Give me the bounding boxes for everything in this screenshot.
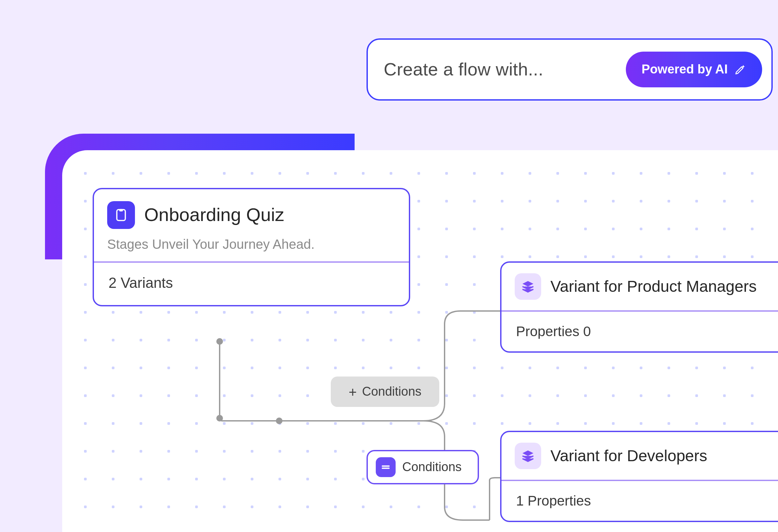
- flow-root-card[interactable]: Onboarding Quiz Stages Unveil Your Journ…: [93, 188, 410, 306]
- variant-title: Variant for Product Managers: [550, 277, 757, 296]
- svg-rect-5: [382, 465, 390, 467]
- plus-icon: +: [348, 385, 357, 399]
- conditions-icon: [376, 457, 396, 477]
- variant-card-product-managers[interactable]: Variant for Product Managers Properties …: [500, 261, 778, 353]
- layers-icon: [515, 443, 541, 469]
- flow-subtitle: Stages Unveil Your Journey Ahead.: [107, 237, 396, 252]
- svg-rect-6: [382, 467, 390, 469]
- create-flow-prompt[interactable]: Create a flow with... Powered by AI: [367, 39, 773, 100]
- flow-variants-count: 2 Variants: [94, 261, 409, 305]
- layers-icon: [515, 273, 541, 300]
- variant-card-developers[interactable]: Variant for Developers 1 Properties: [500, 431, 778, 522]
- add-conditions-button[interactable]: + Conditions: [331, 377, 439, 407]
- add-conditions-label: Conditions: [362, 384, 421, 399]
- svg-rect-4: [120, 209, 123, 211]
- powered-by-ai-badge[interactable]: Powered by AI: [626, 52, 762, 87]
- flow-title: Onboarding Quiz: [144, 205, 284, 226]
- create-flow-placeholder: Create a flow with...: [384, 59, 543, 80]
- conditions-chip-label: Conditions: [402, 460, 462, 474]
- ai-badge-label: Powered by AI: [642, 62, 728, 77]
- magic-pencil-icon: [734, 64, 746, 75]
- variant-title: Variant for Developers: [550, 447, 707, 465]
- variant-properties: Properties 0: [501, 310, 778, 351]
- quiz-icon: [107, 201, 135, 229]
- conditions-chip[interactable]: Conditions: [367, 450, 479, 484]
- variant-properties: 1 Properties: [501, 480, 778, 521]
